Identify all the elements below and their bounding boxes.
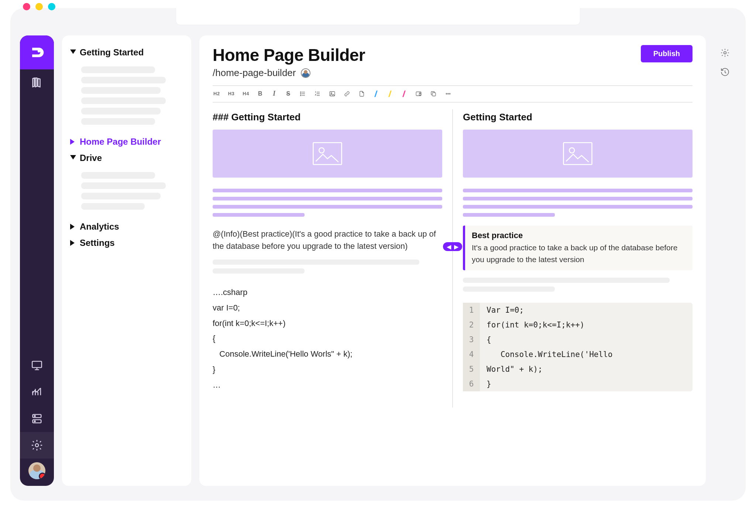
gear-icon [720,48,730,58]
toolbar-italic[interactable]: I [271,90,277,97]
toolbar-color-pink[interactable] [401,90,407,97]
page-title: Home Page Builder [213,45,365,65]
chevron-right-icon [70,224,76,230]
rail-avatar[interactable] [28,462,45,479]
toolbar-h3[interactable]: H3 [228,91,235,96]
line-number: 2 [463,318,480,332]
code-text: for(int k=0;k<=I;k++) [480,318,591,332]
app-logo-icon [29,44,45,61]
toolbar-color-blue[interactable] [373,90,379,97]
toolbar-ul[interactable] [299,90,306,97]
analytics-icon [31,386,43,398]
paragraph-placeholder [463,278,693,292]
gear-icon [31,439,43,452]
svg-rect-13 [432,93,436,96]
markdown-source-column[interactable]: ### Getting Started @(Info)(Best practic… [213,109,442,408]
book-stack-icon [31,76,43,89]
tree-item-label: Home Page Builder [80,137,161,147]
rail-logo-tile[interactable] [20,35,54,69]
svg-point-7 [300,93,301,94]
image-placeholder [463,130,693,178]
rail-settings[interactable] [20,432,54,459]
tree-item-settings[interactable]: Settings [66,235,187,251]
tree-item-home-page-builder[interactable]: Home Page Builder [66,134,187,150]
page-slug[interactable]: /home-page-builder [213,67,296,79]
line-number: 5 [463,362,480,377]
page-tree: Getting Started Home Page Builder Drive … [62,35,191,486]
toolbar-more[interactable] [445,90,451,97]
rail-analytics[interactable] [20,379,54,405]
code-line: 5World" + k); [463,362,693,377]
rail-storage[interactable] [20,405,54,432]
toolbar-h2[interactable]: H2 [213,91,220,96]
toolbar-image[interactable] [329,90,336,97]
svg-point-6 [300,92,301,92]
toolbar-file[interactable] [358,90,365,97]
line-number: 6 [463,377,480,391]
tree-item-label: Analytics [80,222,119,232]
svg-point-14 [446,93,447,94]
browser-frame: Getting Started Home Page Builder Drive … [10,8,746,501]
history-icon [720,67,730,77]
svg-point-5 [35,444,39,447]
rail-monitor[interactable] [20,352,54,379]
toolbar-color-yellow[interactable] [387,90,393,97]
tree-item-label: Getting Started [80,47,144,58]
code-text: } [480,377,498,391]
chevron-down-icon [70,155,76,161]
code-text: Console.WriteLine('Hello [480,347,619,362]
publish-button[interactable]: Publish [641,45,693,62]
preview-column: Getting Started Best practice It's a goo… [463,109,693,408]
left-rail [20,35,54,486]
code-line: 3{ [463,332,693,347]
callout-body: It's a good practice to take a back up o… [472,242,686,265]
code-line: 4 Console.WriteLine('Hello [463,347,693,362]
toolbar-copy[interactable] [430,90,437,97]
svg-point-3 [34,416,35,417]
toolbar-link[interactable] [344,90,350,97]
chevron-right-icon [70,240,76,246]
chevron-down-icon [70,49,76,55]
line-number: 3 [463,332,480,347]
toolbar-bold[interactable]: B [257,90,263,97]
chevron-right-icon: ▶ [453,244,459,250]
svg-point-16 [449,93,450,94]
line-number: 1 [463,303,480,318]
tree-item-drive[interactable]: Drive [66,150,187,166]
author-avatar[interactable] [301,68,310,78]
monitor-icon [31,359,43,372]
svg-point-10 [331,93,332,94]
svg-rect-12 [419,93,421,95]
split-toggle[interactable]: ◀ ▶ [443,242,462,251]
tree-item-analytics[interactable]: Analytics [66,219,187,235]
toolbar-strike[interactable]: S [285,90,291,97]
server-icon [31,412,43,425]
tree-item-label: Drive [80,153,102,163]
code-text: World" + k); [480,362,549,377]
code-text: Var I=0; [480,303,530,318]
quick-actions [714,35,736,486]
preview-heading: Getting Started [463,111,693,123]
svg-point-21 [724,52,726,54]
quick-settings[interactable] [720,48,730,59]
code-block: 1Var I=0;2for(int k=0;k<=I;k++)3{4 Conso… [463,303,693,391]
toolbar-lock[interactable] [415,90,422,97]
tree-item-getting-started[interactable]: Getting Started [66,44,187,61]
image-icon [311,141,344,167]
split-editor: ◀ ▶ ### Getting Started @( [213,109,693,408]
tree-item-label: Settings [80,238,115,248]
callout-box: Best practice It's a good practice to ta… [463,226,693,270]
image-icon [561,141,594,167]
editor-toolbar: H2H3H4BIS [213,89,693,100]
toolbar-h4[interactable]: H4 [243,91,249,96]
editor-panel: Home Page Builder /home-page-builder Pub… [199,35,706,486]
code-line: 6} [463,377,693,391]
browser-urlbar[interactable] [176,8,580,25]
tree-children-placeholder [66,61,187,134]
rail-library[interactable] [20,69,54,96]
code-raw: ….csharp var I=0; for(int k=0;k<=I;k++) … [213,285,442,393]
code-line: 1Var I=0; [463,303,693,318]
svg-point-15 [448,93,449,94]
toolbar-ol[interactable] [314,90,321,97]
quick-history[interactable] [720,67,730,78]
